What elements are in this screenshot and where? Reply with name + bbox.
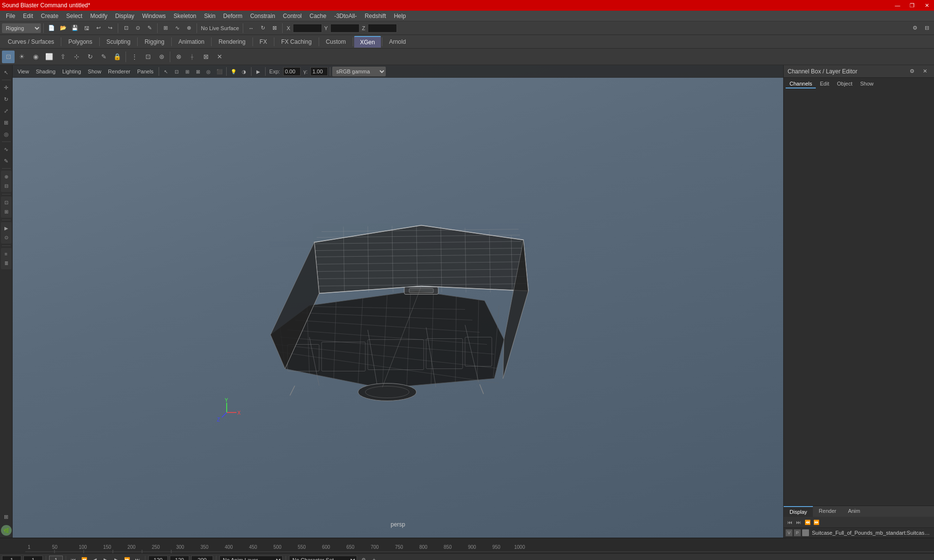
shelf-selection-btn[interactable]: ⊡ <box>2 51 15 63</box>
tab-curves-surfaces[interactable]: Curves / Surfaces <box>2 36 60 47</box>
lt-select[interactable]: ↖ <box>1 67 12 78</box>
cb-tab-show[interactable]: Show <box>856 80 878 88</box>
vp-exposure-input[interactable] <box>283 67 301 76</box>
lasso-btn[interactable]: ⊙ <box>132 23 143 34</box>
close-button[interactable]: ✕ <box>919 0 934 11</box>
shelf-icon-move[interactable]: ⊹ <box>70 51 83 63</box>
lt-curve[interactable]: ∿ <box>1 144 12 155</box>
menu-edit[interactable]: Edit <box>19 12 37 20</box>
tab-sculpting[interactable]: Sculpting <box>101 36 136 47</box>
redo-btn[interactable]: ↪ <box>105 23 115 34</box>
frame-display-input[interactable] <box>49 556 63 560</box>
layer-next-next-btn[interactable]: ⏩ <box>812 518 821 526</box>
vp-smooth-btn[interactable]: ◎ <box>204 67 214 76</box>
vp-shadow-btn[interactable]: ◑ <box>239 67 249 76</box>
vp-gamma-input[interactable] <box>310 67 328 76</box>
layer-prev-btn[interactable]: ⏭ <box>794 518 803 526</box>
lt-layer-group[interactable]: ≡ ≣ <box>1 248 12 269</box>
rigging-dropdown[interactable]: Rigging <box>2 23 41 33</box>
shelf-icon-sun[interactable]: ☀ <box>16 51 28 63</box>
vp-select-btn[interactable]: ↖ <box>161 67 171 76</box>
menu-constrain[interactable]: Constrain <box>246 12 279 20</box>
prev-frame-btn[interactable]: ◀ <box>90 556 99 560</box>
minimize-button[interactable]: — <box>890 0 905 11</box>
menu-create[interactable]: Create <box>37 12 62 20</box>
shelf-icon-deformer[interactable]: ⊠ <box>199 51 212 63</box>
shelf-icon-ik[interactable]: ⟊ <box>186 51 198 63</box>
vp-menu-panels[interactable]: Panels <box>134 68 157 75</box>
tab-polygons[interactable]: Polygons <box>62 36 98 47</box>
paint-btn[interactable]: ✎ <box>144 23 155 34</box>
tab-fx-caching[interactable]: FX Caching <box>275 36 318 47</box>
open-file-btn[interactable]: 📂 <box>58 23 69 34</box>
menu-help[interactable]: Help <box>390 12 410 20</box>
channel-box-settings-btn[interactable]: ⚙ <box>907 66 917 77</box>
menu-cache[interactable]: Cache <box>305 12 330 20</box>
menu-file[interactable]: File <box>2 12 19 20</box>
dt-tab-anim[interactable]: Anim <box>842 506 866 517</box>
undo-btn[interactable]: ↩ <box>93 23 104 34</box>
char-set-settings-btn[interactable]: ⚙ <box>359 556 368 560</box>
dt-tab-display[interactable]: Display <box>784 506 813 517</box>
tab-xgen[interactable]: XGen <box>354 36 381 48</box>
tab-fx[interactable]: FX <box>254 36 273 47</box>
vp-menu-show[interactable]: Show <box>85 68 105 75</box>
shelf-icon-sphere[interactable]: ◉ <box>29 51 42 63</box>
menu-redshift[interactable]: Redshift <box>361 12 390 20</box>
end-frame2-input[interactable] <box>170 556 189 560</box>
vp-menu-shading[interactable]: Shading <box>33 68 58 75</box>
vp-menu-lighting[interactable]: Lighting <box>59 68 84 75</box>
tab-arnold[interactable]: Arnold <box>383 36 412 47</box>
save-as-btn[interactable]: 🖫 <box>81 23 92 34</box>
save-file-btn[interactable]: 💾 <box>70 23 80 34</box>
tab-rendering[interactable]: Rendering <box>213 36 251 47</box>
vp-textured-btn[interactable]: ⬛ <box>215 67 224 76</box>
menu-deform[interactable]: Deform <box>219 12 246 20</box>
menu-skin[interactable]: Skin <box>200 12 219 20</box>
play-btn[interactable]: ▶ <box>101 556 110 560</box>
layer-next-btn[interactable]: ⏪ <box>803 518 812 526</box>
vp-frame-all-btn[interactable]: ⊞ <box>182 67 192 76</box>
x-input[interactable] <box>293 24 322 33</box>
layer-row[interactable]: V P Suitcase_Full_of_Pounds_mb_standart:… <box>784 528 934 538</box>
layer-vis-v[interactable]: V <box>786 529 792 536</box>
shelf-icon-constraint[interactable]: ⊗ <box>172 51 185 63</box>
vp-wireframe-btn[interactable]: ⊠ <box>193 67 203 76</box>
menu-select[interactable]: Select <box>62 12 86 20</box>
shelf-icon-rotate[interactable]: ↻ <box>84 51 96 63</box>
vp-color-mode-select[interactable]: sRGB gamma <box>332 67 386 76</box>
menu-display[interactable]: Display <box>111 12 138 20</box>
vp-playblast-btn[interactable]: ▶ <box>253 67 263 76</box>
snap-point-btn[interactable]: ⊕ <box>183 23 194 34</box>
timeline-ruler[interactable]: 1 50 100 150 200 250 300 350 400 450 500… <box>25 538 934 553</box>
settings-btn[interactable]: ⚙ <box>910 23 920 34</box>
vp-menu-view[interactable]: View <box>15 68 32 75</box>
menu-modify[interactable]: Modify <box>86 12 111 20</box>
lt-snap-group[interactable]: ⊕ ⊟ <box>1 171 12 192</box>
viewport[interactable]: View Shading Lighting Show Renderer Pane… <box>13 65 783 538</box>
lt-display-group[interactable]: ⊡ ⊞ <box>1 196 12 218</box>
y-input[interactable] <box>330 24 359 33</box>
tab-animation[interactable]: Animation <box>173 36 210 47</box>
shelf-icon-cube[interactable]: ⬜ <box>43 51 55 63</box>
lt-bottom-icon[interactable]: ⊞ <box>1 511 12 522</box>
vp-light-btn[interactable]: 💡 <box>229 67 238 76</box>
shelf-icon-ncloth[interactable]: ⊡ <box>142 51 154 63</box>
menu-3dtool[interactable]: -3DtoAll- <box>330 12 361 20</box>
shelf-icon-x[interactable]: ✕ <box>213 51 226 63</box>
channel-box-close-btn[interactable]: ✕ <box>919 66 930 77</box>
tab-custom[interactable]: Custom <box>320 36 352 47</box>
restore-button[interactable]: ❐ <box>905 0 919 11</box>
shelf-icon-nparticle[interactable]: ⊛ <box>155 51 168 63</box>
go-start-btn[interactable]: ⏮ <box>69 556 78 560</box>
shelf-icon-lock[interactable]: 🔒 <box>111 51 124 63</box>
go-end-btn[interactable]: ⏭ <box>133 556 142 560</box>
end-frame-input[interactable] <box>148 556 168 560</box>
cb-tab-channels[interactable]: Channels <box>786 80 816 88</box>
select-btn[interactable]: ⊡ <box>121 23 131 34</box>
z-input[interactable] <box>368 24 397 33</box>
shelf-icon-arrow[interactable]: ⇧ <box>56 51 69 63</box>
char-set-add-btn[interactable]: + <box>370 556 378 560</box>
lt-paint[interactable]: ✎ <box>1 156 12 166</box>
tab-rigging[interactable]: Rigging <box>139 36 170 47</box>
